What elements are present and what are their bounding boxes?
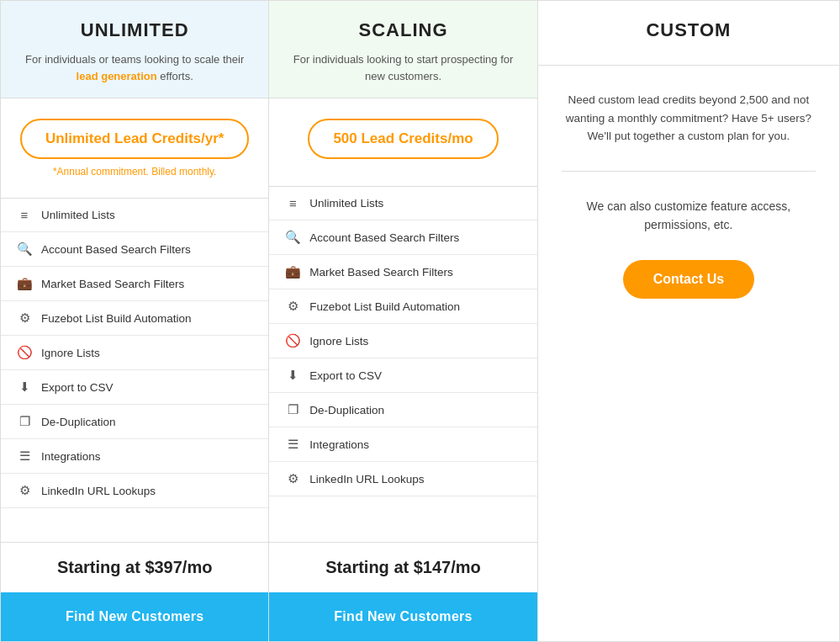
feature-market-search: 💼 Market Based Search Filters <box>1 267 268 301</box>
feature-market-search: 💼 Market Based Search Filters <box>269 255 536 289</box>
feature-ignore-lists: 🚫 Ignore Lists <box>269 324 536 358</box>
block-icon: 🚫 <box>284 333 301 348</box>
custom-extra-text: We can also customize feature access, pe… <box>562 197 816 235</box>
plan-scaling: SCALING For individuals looking to start… <box>269 1 537 641</box>
download-icon: ⬇ <box>16 379 33 395</box>
feature-fuzebot: ⚙ Fuzebot List Build Automation <box>1 301 268 336</box>
scaling-credits-badge: 500 Lead Credits/mo <box>308 119 498 159</box>
feature-label: Fuzebot List Build Automation <box>309 300 460 313</box>
feature-label: Export to CSV <box>41 381 114 394</box>
unlimited-pricing: Starting at $397/mo <box>1 542 268 592</box>
list-icon: ≡ <box>284 196 301 210</box>
scaling-pricing: Starting at $147/mo <box>269 542 536 592</box>
custom-divider <box>562 171 816 172</box>
scaling-desc: For individuals looking to start prospec… <box>283 51 523 84</box>
feature-label: Export to CSV <box>309 369 382 382</box>
feature-label: LinkedIn URL Lookups <box>309 473 424 485</box>
feature-account-search: 🔍 Account Based Search Filters <box>269 220 536 255</box>
briefcase-icon: 💼 <box>284 264 301 279</box>
copy-icon: ❐ <box>284 402 301 417</box>
highlight-lead-gen: lead generation <box>77 70 157 82</box>
feature-label: Market Based Search Filters <box>41 278 184 290</box>
contact-us-button[interactable]: Contact Us <box>623 260 754 299</box>
feature-label: LinkedIn URL Lookups <box>41 485 156 497</box>
feature-account-search: 🔍 Account Based Search Filters <box>1 232 268 267</box>
block-icon: 🚫 <box>16 345 33 360</box>
gear-icon: ⚙ <box>16 310 33 326</box>
scaling-cta-button[interactable]: Find New Customers <box>269 592 536 641</box>
linkedin-icon: ⚙ <box>284 471 301 486</box>
feature-unlimited-lists: ≡ Unlimited Lists <box>269 187 536 220</box>
custom-description: Need custom lead credits beyond 2,500 an… <box>562 91 816 146</box>
feature-label: Integrations <box>309 438 369 451</box>
feature-integrations: ☰ Integrations <box>269 427 536 462</box>
search-icon: 🔍 <box>284 230 301 245</box>
feature-export-csv: ⬇ Export to CSV <box>1 370 268 405</box>
feature-label: De-Duplication <box>309 404 384 417</box>
feature-unlimited-lists: ≡ Unlimited Lists <box>1 199 268 232</box>
feature-label: Account Based Search Filters <box>41 243 191 256</box>
custom-title: CUSTOM <box>552 19 826 41</box>
linkedin-icon: ⚙ <box>16 483 33 498</box>
scaling-credits-section: 500 Lead Credits/mo <box>269 98 536 187</box>
unlimited-desc: For individuals or teams looking to scal… <box>14 51 255 84</box>
feature-linkedin: ⚙ LinkedIn URL Lookups <box>269 462 536 496</box>
scaling-header: SCALING For individuals looking to start… <box>269 1 536 98</box>
scaling-title: SCALING <box>283 19 523 41</box>
feature-label: Market Based Search Filters <box>309 266 452 279</box>
feature-label: Ignore Lists <box>309 335 368 348</box>
pricing-container: UNLIMITED For individuals or teams looki… <box>0 0 840 642</box>
feature-dedup: ❐ De-Duplication <box>269 393 536 427</box>
list-icon: ≡ <box>16 208 33 222</box>
unlimited-features-list: ≡ Unlimited Lists 🔍 Account Based Search… <box>1 199 268 542</box>
custom-header: CUSTOM <box>538 1 839 66</box>
unlimited-credits-badge: Unlimited Lead Credits/yr* <box>20 119 250 159</box>
feature-export-csv: ⬇ Export to CSV <box>269 358 536 393</box>
scaling-features-list: ≡ Unlimited Lists 🔍 Account Based Search… <box>269 187 536 542</box>
feature-label: Integrations <box>41 450 101 463</box>
feature-linkedin: ⚙ LinkedIn URL Lookups <box>1 474 268 508</box>
feature-fuzebot: ⚙ Fuzebot List Build Automation <box>269 289 536 324</box>
feature-label: Fuzebot List Build Automation <box>41 312 192 325</box>
feature-ignore-lists: 🚫 Ignore Lists <box>1 336 268 370</box>
bars-icon: ☰ <box>284 437 301 452</box>
plan-custom: CUSTOM Need custom lead credits beyond 2… <box>538 1 839 641</box>
feature-label: Account Based Search Filters <box>309 231 459 244</box>
feature-integrations: ☰ Integrations <box>1 439 268 474</box>
search-icon: 🔍 <box>16 241 33 257</box>
bars-icon: ☰ <box>16 448 33 464</box>
plan-unlimited: UNLIMITED For individuals or teams looki… <box>1 1 269 641</box>
unlimited-credits-section: Unlimited Lead Credits/yr* *Annual commi… <box>1 98 268 199</box>
unlimited-credits-note: *Annual commitment. Billed monthly. <box>53 166 217 178</box>
feature-label: Ignore Lists <box>41 347 100 359</box>
gear-icon: ⚙ <box>284 299 301 314</box>
download-icon: ⬇ <box>284 368 301 383</box>
feature-label: Unlimited Lists <box>309 197 383 210</box>
feature-label: Unlimited Lists <box>41 209 115 221</box>
custom-body: Need custom lead credits beyond 2,500 an… <box>538 66 839 641</box>
unlimited-header: UNLIMITED For individuals or teams looki… <box>1 1 268 98</box>
unlimited-cta-button[interactable]: Find New Customers <box>1 592 268 641</box>
unlimited-title: UNLIMITED <box>14 19 255 41</box>
feature-label: De-Duplication <box>41 416 116 428</box>
copy-icon: ❐ <box>16 414 33 429</box>
briefcase-icon: 💼 <box>16 276 33 291</box>
feature-dedup: ❐ De-Duplication <box>1 405 268 439</box>
